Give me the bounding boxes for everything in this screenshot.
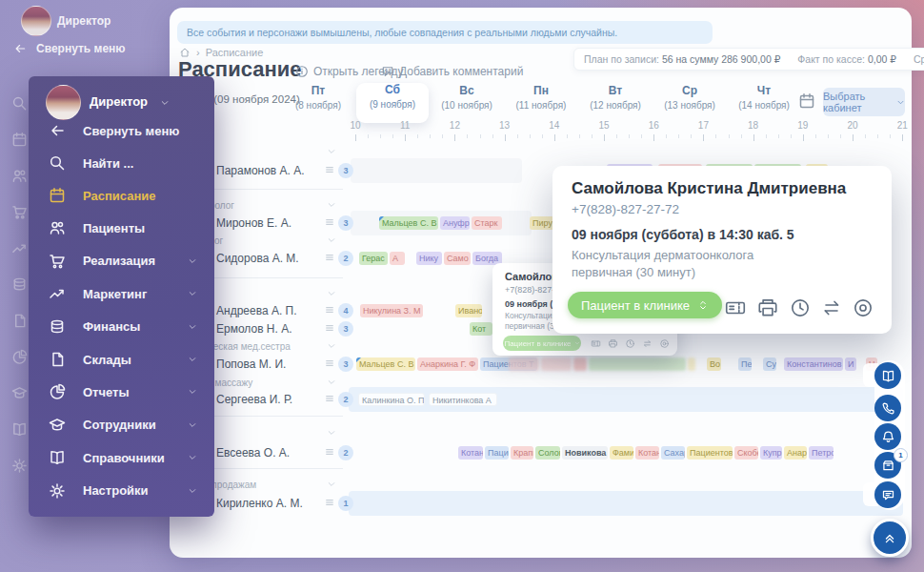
sidebar-item-2[interactable]: Пациенты <box>29 212 214 244</box>
calendar-picker-button[interactable] <box>798 92 815 110</box>
status-button-small[interactable]: Пациент в клинике <box>503 336 581 351</box>
appointment-chip[interactable]: Пе <box>738 358 752 371</box>
appointment-chip[interactable]: Константинов И <box>784 358 843 371</box>
appointment-chip[interactable]: Крапи <box>511 446 533 460</box>
row-menu-icon[interactable] <box>324 216 335 228</box>
calls-button[interactable] <box>874 395 901 421</box>
row-menu-icon[interactable] <box>324 497 335 508</box>
chevron-down-icon[interactable] <box>327 428 336 438</box>
appointment-chip[interactable] <box>541 358 572 371</box>
chevron-down-icon[interactable] <box>327 289 336 298</box>
appointment-chip[interactable]: Во <box>707 358 721 371</box>
appointment-chip[interactable]: Солов <box>535 446 560 460</box>
row-menu-icon[interactable] <box>324 358 335 369</box>
chevron-down-icon[interactable] <box>327 147 336 156</box>
appointment-chip[interactable]: Купри <box>760 446 782 460</box>
row-menu-icon[interactable] <box>324 164 335 175</box>
sidebar-item-5[interactable]: Финансы <box>29 311 214 343</box>
tab-Вс[interactable]: Вс(10 ноября) <box>431 84 503 122</box>
sidebar-item-8[interactable]: Сотрудники <box>29 409 214 441</box>
clock-icon[interactable] <box>625 338 635 349</box>
ticket-icon[interactable] <box>591 338 601 349</box>
ghost-collapse-menu[interactable]: Свернуть меню <box>36 42 126 55</box>
tab-Пн[interactable]: Пн(11 ноября) <box>505 84 577 122</box>
doctor-name[interactable]: Ермолов Н. А. <box>216 322 292 336</box>
sidebar-item-4[interactable]: Маркетинг <box>29 277 214 310</box>
appointment-chip[interactable]: Нику <box>416 252 442 265</box>
tab-Пт[interactable]: Пт(8 ноября) <box>282 84 354 122</box>
tab-Ср[interactable]: Ср(13 ноября) <box>653 84 726 122</box>
row-menu-icon[interactable] <box>324 252 335 263</box>
printer-icon[interactable] <box>756 296 779 319</box>
sidebar-item-6[interactable]: Склады <box>29 343 214 376</box>
eye-icon[interactable] <box>852 296 874 319</box>
doctor-name[interactable]: Андреева А. П. <box>216 304 297 317</box>
swap-icon[interactable] <box>642 338 653 349</box>
sidebar-collapse-menu[interactable]: Свернуть меню <box>29 114 214 147</box>
appointment-chip[interactable]: Мальцев С. В <box>379 216 438 230</box>
row-menu-icon[interactable] <box>324 393 335 404</box>
sidebar-item-7[interactable]: Отчеты <box>29 376 214 408</box>
sidebar-item-9[interactable]: Справочники <box>29 441 214 474</box>
row-menu-icon[interactable] <box>324 304 335 316</box>
chevron-down-icon[interactable] <box>327 200 336 210</box>
appointment-chip[interactable]: Никулина З. М <box>360 304 423 317</box>
appointment-chip[interactable]: Само <box>444 252 471 265</box>
chevron-down-icon[interactable] <box>160 98 170 108</box>
scroll-to-top-button[interactable] <box>871 519 909 557</box>
knowledge-base-button[interactable] <box>874 362 901 389</box>
appointment-chip[interactable]: Калинкина О. П <box>358 393 425 406</box>
doctor-name[interactable]: Кириленко А. М. <box>216 497 303 510</box>
ticket-icon[interactable] <box>724 296 747 319</box>
doctor-name[interactable]: Сергеева И. Р. <box>216 393 292 406</box>
appointment-chip[interactable]: Су <box>763 358 776 371</box>
appointment-chip[interactable]: Котан <box>635 446 659 460</box>
sidebar-search[interactable]: Найти ... <box>29 147 214 179</box>
patient-phone[interactable]: +7(828)-827-2 <box>505 285 559 295</box>
appointment-chip[interactable]: Ивано <box>455 304 482 317</box>
patient-phone[interactable]: +7(828)-827-27-72 <box>572 202 679 216</box>
chevron-down-icon[interactable] <box>327 341 336 351</box>
row-menu-icon[interactable] <box>324 322 335 334</box>
appointment-chip[interactable]: Мальцев С. В <box>356 358 415 371</box>
status-button[interactable]: Пациент в клинике <box>568 292 722 318</box>
doctor-name[interactable]: Попова М. И. <box>216 358 286 371</box>
doctor-name[interactable]: Евсеева О. А. <box>216 446 290 460</box>
appointment-chip[interactable] <box>589 358 686 371</box>
clock-icon[interactable] <box>789 296 812 319</box>
appointment-chip[interactable]: Котан <box>458 446 483 460</box>
tab-Вт[interactable]: Вт(12 ноября) <box>579 84 652 122</box>
chevron-down-icon[interactable] <box>327 235 336 245</box>
appointment-chip[interactable] <box>573 358 587 371</box>
appointment-chip[interactable]: Сахар <box>661 446 685 460</box>
appointment-chip[interactable]: Ануфр <box>440 216 470 230</box>
user-role-label[interactable]: Директор <box>90 94 148 109</box>
appointment-chip[interactable]: Пацие <box>485 446 509 460</box>
row-menu-icon[interactable] <box>324 446 335 458</box>
appointment-chip[interactable]: Пирун <box>530 216 554 230</box>
tab-Сб[interactable]: Сб(9 ноября) <box>356 83 429 123</box>
swap-icon[interactable] <box>820 296 843 319</box>
arrow-left-icon[interactable] <box>13 42 27 55</box>
appointment-chip[interactable] <box>509 358 539 371</box>
doctor-name[interactable]: Сидорова А. М. <box>216 252 299 265</box>
appointment-chip[interactable]: И <box>845 358 856 371</box>
doctor-name[interactable]: Парамонов А. А. <box>216 164 305 177</box>
chevron-down-icon[interactable] <box>327 480 336 489</box>
sidebar-item-1[interactable]: Расписание <box>29 179 214 212</box>
notifications-button[interactable] <box>874 423 901 450</box>
eye-icon[interactable] <box>659 338 670 349</box>
select-cabinet-button[interactable]: Выбрать кабинет <box>823 88 905 116</box>
appointment-chip[interactable] <box>688 358 695 371</box>
appointment-chip[interactable]: Никитинкова А <box>429 393 497 406</box>
sidebar-item-3[interactable]: Реализация <box>29 245 214 277</box>
appointment-chip[interactable]: Анарк <box>784 446 807 460</box>
sidebar-item-10[interactable]: Настройки <box>29 475 214 507</box>
appointment-chip[interactable]: Анаркина Г. Ф <box>417 358 478 371</box>
add-comment-link[interactable]: Добавить комментарий <box>381 65 523 78</box>
appointment-chip[interactable]: Пациентов Т. П <box>687 446 733 460</box>
appointment-chip[interactable]: Новикова А. А <box>562 446 608 460</box>
tab-Чт[interactable]: Чт(14 ноября) <box>728 84 800 122</box>
appointment-chip[interactable]: А <box>390 252 405 265</box>
doctor-name[interactable]: Миронов Е. А. <box>216 216 291 230</box>
